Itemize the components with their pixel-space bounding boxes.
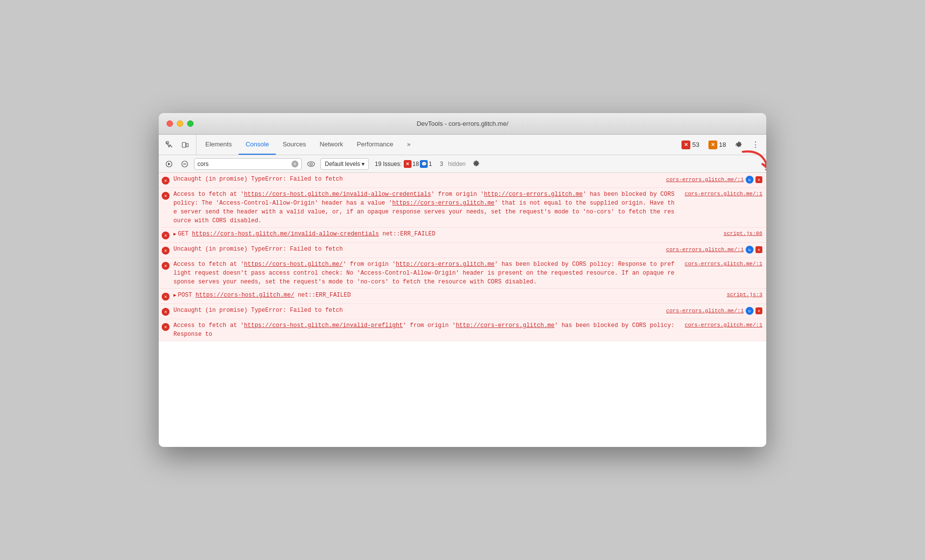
levels-dropdown[interactable]: Default levels ▾ [320,158,369,170]
error-icon-2: ✕ [161,191,170,201]
svg-point-7 [310,163,313,165]
header-link-2[interactable]: https://cors-errors.glitch.me [392,200,494,207]
log-entry-2: ✕ Access to fetch at 'https://cors-host.… [159,188,766,228]
source-link-1[interactable]: cors-errors.glitch.me/:1 [666,177,744,183]
log-body-6: ▶POST https://cors-host.glitch.me/ net::… [173,291,719,300]
log-entry-1: ✕ Uncaught (in promise) TypeError: Faile… [159,173,766,188]
chevron-down-icon: ▾ [362,161,365,167]
cors-link-2b[interactable]: ntials [410,191,431,198]
log-entry-8: ✕ Access to fetch at 'https://cors-host.… [159,319,766,341]
source-link-3[interactable]: script.js:86 [724,231,762,236]
inspect-element-button[interactable] [163,138,176,152]
source-close-7[interactable]: ✕ [755,307,762,314]
source-link-6[interactable]: script.js:3 [727,292,762,298]
minimize-button[interactable] [177,120,183,127]
log-body-4: Uncaught (in promise) TypeError: Failed … [173,245,658,254]
log-body-2: Access to fetch at 'https://cors-host.gl… [173,190,677,225]
cors-link-2a[interactable]: https://cors-host.glitch.me/invalid-allo… [244,191,410,198]
log-body-7: Uncaught (in promise) TypeError: Failed … [173,306,658,315]
log-entry-4: ✕ Uncaught (in promise) TypeError: Faile… [159,243,766,258]
tab-sources[interactable]: Sources [276,135,313,155]
traffic-lights [167,120,194,127]
console-toolbar: ✕ Default levels ▾ 19 Issues: ✕ 18 💬 1 3… [159,155,766,173]
log-source-2: cors-errors.glitch.me/:1 [677,191,762,197]
warning-count: 18 [719,141,726,148]
cors-link-8[interactable]: https://cors-host.glitch.me/invalid-pref… [244,322,403,329]
refresh-icon-4[interactable]: ↻ [746,246,754,254]
log-entry-7: ✕ Uncaught (in promise) TypeError: Faile… [159,304,766,319]
log-body-1: Uncaught (in promise) TypeError: Failed … [173,175,658,184]
window-title: DevTools - cors-errors.glitch.me/ [416,120,508,127]
console-settings-button[interactable] [470,158,483,170]
refresh-icon-7[interactable]: ↻ [746,307,754,315]
tab-more[interactable]: » [400,135,417,155]
close-button[interactable] [167,120,173,127]
filter-clear-button[interactable]: ✕ [292,161,298,167]
error-icon-8: ✕ [161,322,170,332]
origin-link-5b[interactable]: p://cors-errors.glitch.me [406,261,494,268]
origin-link-5a[interactable]: htt [396,261,407,268]
toolbar-left [163,135,196,155]
cors-link-5a[interactable]: https://cors-host.glitch.me/ [244,261,343,268]
log-body-3: ▶GET https://cors-host.glitch.me/invalid… [173,230,716,238]
log-entry-3: ✕ ▶GET https://cors-host.glitch.me/inval… [159,228,766,243]
error-icon-4: ✕ [161,246,170,256]
log-source-5: cors-errors.glitch.me/:1 [677,261,762,267]
source-close-1[interactable]: ✕ [755,176,762,183]
post-link-6[interactable]: https://cors-host.glitch.me/ [195,292,294,299]
error-count: 53 [692,141,699,148]
hidden-label: hidden [448,161,465,167]
get-link-3[interactable]: https://cors-host.glitch.me/invalid-allo… [192,231,379,237]
error-badge-icon: ✕ [682,140,690,149]
source-link-5[interactable]: cors-errors.glitch.me/:1 [685,261,762,267]
origin-link-8[interactable]: http://cors-errors.glitch.me [456,322,555,329]
issues-error-icon: ✕ [404,160,412,168]
log-source-1: cors-errors.glitch.me/:1 ↻ ✕ [658,176,762,184]
svg-point-6 [308,162,315,166]
source-link-8[interactable]: cors-errors.glitch.me/:1 [685,322,762,328]
execute-button[interactable] [163,158,175,170]
settings-button[interactable] [732,138,746,152]
maximize-button[interactable] [187,120,194,127]
tab-performance[interactable]: Performance [350,135,400,155]
source-link-4[interactable]: cors-errors.glitch.me/:1 [666,247,744,253]
svg-marker-8 [765,163,766,171]
origin-link-2[interactable]: http://cors-errors.glitch.me [484,191,583,198]
devtools-window: DevTools - cors-errors.glitch.me/ Elemen… [159,113,766,447]
issues-button[interactable]: 19 Issues: ✕ 18 💬 1 [372,159,435,169]
log-entry-5: ✕ Access to fetch at 'https://cors-host.… [159,258,766,289]
device-toggle-button[interactable] [178,138,192,152]
more-options-button[interactable]: ⋮ [749,138,762,152]
svg-rect-2 [186,143,188,147]
error-count-button[interactable]: ✕ 53 [679,139,702,151]
triangle-icon-3: ▶ [173,232,176,237]
filter-input[interactable] [197,161,292,167]
issues-info-icon: 💬 [420,160,428,168]
source-link-7[interactable]: cors-errors.glitch.me/:1 [666,308,744,314]
log-source-6: script.js:3 [719,292,762,298]
tab-elements[interactable]: Elements [198,135,239,155]
triangle-icon-6: ▶ [173,293,176,298]
error-icon-5: ✕ [161,261,170,271]
toolbar-right: ✕ 53 ✕ 18 ⋮ [675,135,762,155]
refresh-icon-1[interactable]: ↻ [746,176,754,184]
clear-button[interactable] [178,158,191,170]
log-body-5: Access to fetch at 'https://cors-host.gl… [173,260,677,286]
tab-navigation: Elements Console Sources Network Perform… [196,135,675,155]
issues-badge: ✕ 18 💬 1 [404,160,432,168]
log-source-4: cors-errors.glitch.me/:1 ↻ ✕ [658,246,762,254]
error-icon-3: ✕ [161,231,170,240]
warning-count-button[interactable]: ✕ 18 [706,139,729,151]
tab-console[interactable]: Console [239,135,276,155]
log-body-8: Access to fetch at 'https://cors-host.gl… [173,321,677,339]
source-link-2[interactable]: cors-errors.glitch.me/:1 [685,191,762,197]
tab-network[interactable]: Network [313,135,350,155]
log-source-8: cors-errors.glitch.me/:1 [677,322,762,328]
source-close-4[interactable]: ✕ [755,246,762,253]
hidden-count: 3 [438,160,445,168]
warning-badge-icon: ✕ [708,140,717,149]
tab-toolbar: Elements Console Sources Network Perform… [159,135,766,155]
eye-button[interactable] [305,158,317,170]
error-icon-7: ✕ [161,307,170,317]
log-entry-6: ✕ ▶POST https://cors-host.glitch.me/ net… [159,289,766,304]
